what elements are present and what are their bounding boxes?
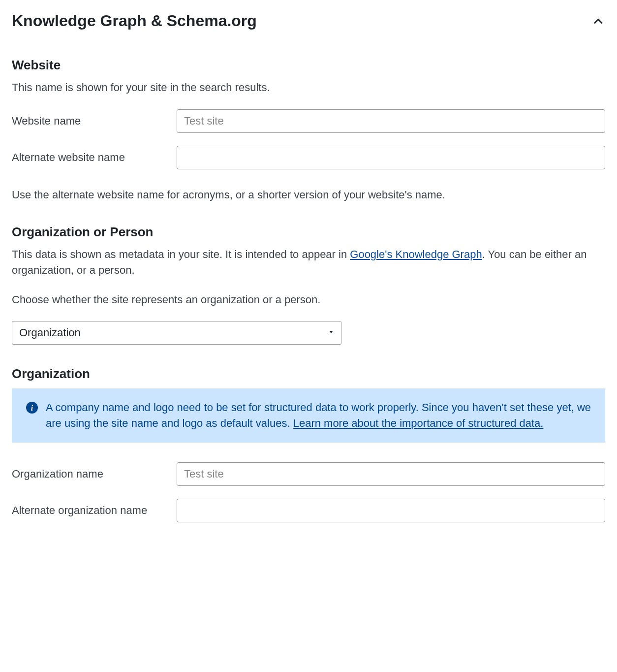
organization-name-row: Organization name bbox=[12, 462, 605, 486]
organization-name-label: Organization name bbox=[12, 468, 177, 480]
organization-info-alert: i A company name and logo need to be set… bbox=[12, 388, 605, 443]
org-person-desc-prefix: This data is shown as metadata in your s… bbox=[12, 248, 350, 260]
website-heading: Website bbox=[12, 58, 605, 73]
alt-organization-name-input[interactable] bbox=[177, 499, 605, 522]
alt-website-name-label: Alternate website name bbox=[12, 151, 177, 164]
alt-organization-name-label: Alternate organization name bbox=[12, 504, 177, 517]
organization-name-input[interactable] bbox=[177, 462, 605, 486]
panel-header: Knowledge Graph & Schema.org bbox=[12, 12, 605, 30]
website-name-row: Website name bbox=[12, 109, 605, 133]
knowledge-graph-link[interactable]: Google's Knowledge Graph bbox=[350, 248, 482, 260]
website-name-label: Website name bbox=[12, 115, 177, 128]
alt-organization-name-row: Alternate organization name bbox=[12, 499, 605, 522]
org-person-select[interactable]: Organization bbox=[12, 321, 341, 345]
org-person-description: This data is shown as metadata in your s… bbox=[12, 247, 605, 278]
org-person-section: Organization or Person This data is show… bbox=[12, 224, 605, 345]
website-name-input[interactable] bbox=[177, 109, 605, 133]
website-description: This name is shown for your site in the … bbox=[12, 80, 605, 96]
org-person-heading: Organization or Person bbox=[12, 224, 605, 240]
info-icon: i bbox=[26, 402, 38, 414]
alt-name-note: Use the alternate website name for acron… bbox=[12, 187, 605, 203]
collapse-toggle[interactable] bbox=[591, 14, 605, 28]
organization-info-text: A company name and logo need to be set f… bbox=[46, 400, 594, 431]
choose-org-person-label: Choose whether the site represents an or… bbox=[12, 292, 605, 308]
website-section: Website This name is shown for your site… bbox=[12, 58, 605, 203]
org-person-select-wrap: Organization bbox=[12, 321, 341, 345]
alt-website-name-row: Alternate website name bbox=[12, 146, 605, 169]
structured-data-learn-more-link[interactable]: Learn more about the importance of struc… bbox=[293, 417, 544, 429]
alt-website-name-input[interactable] bbox=[177, 146, 605, 169]
organization-section: Organization i A company name and logo n… bbox=[12, 366, 605, 522]
chevron-up-icon bbox=[591, 14, 605, 28]
organization-heading: Organization bbox=[12, 366, 605, 382]
panel-title: Knowledge Graph & Schema.org bbox=[12, 12, 257, 30]
